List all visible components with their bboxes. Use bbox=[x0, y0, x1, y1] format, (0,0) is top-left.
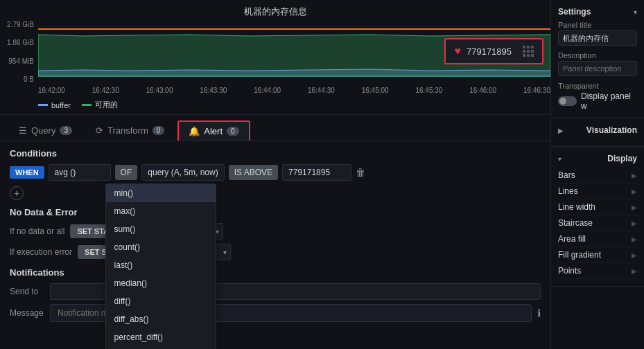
y-label-4: 0 B bbox=[0, 75, 34, 83]
legend-available: 可用的 bbox=[82, 100, 118, 110]
settings-header[interactable]: Settings ▾ bbox=[558, 7, 637, 17]
legend-buffer-label: buffer bbox=[51, 101, 71, 109]
tab-query-badge: 3 bbox=[60, 126, 72, 135]
display-section: ▾ Display Bars ▶ Lines ▶ Line width ▶ St… bbox=[551, 147, 644, 287]
exec-error-row: If execution error SET STATE TO Alerting… bbox=[10, 244, 541, 260]
message-label: Message bbox=[10, 308, 44, 318]
x-label-1: 16:42:00 bbox=[38, 87, 65, 94]
chart-container: 2.79 GiB 1.86 GiB 954 MiB 0 B 16:42:00 1… bbox=[0, 21, 550, 97]
display-chevron-icon: ▾ bbox=[558, 155, 562, 163]
display-area-fill[interactable]: Area fill ▶ bbox=[558, 231, 637, 247]
notifications-title: Notifications bbox=[10, 267, 541, 278]
func-option-percent-diff-abs[interactable]: percent_diff_abs() bbox=[106, 346, 216, 349]
panel-title-input[interactable] bbox=[558, 30, 637, 46]
settings-title: Settings bbox=[558, 7, 591, 17]
transparent-desc: Display panel w bbox=[581, 91, 637, 111]
tab-transform-label: Transform bbox=[107, 125, 148, 136]
transparent-label: Transparent bbox=[558, 82, 637, 90]
when-label: WHEN bbox=[10, 166, 44, 179]
tabs-bar: ☰ Query 3 ⟳ Transform 0 🔔 Alert 0 bbox=[0, 115, 550, 141]
func-option-diff[interactable]: diff() bbox=[106, 292, 216, 310]
func-option-percent-diff[interactable]: percent_diff() bbox=[106, 328, 216, 346]
x-label-4: 16:43:30 bbox=[200, 87, 227, 94]
settings-section: Settings ▾ Panel title Description Trans… bbox=[551, 0, 644, 118]
chart-area: 机器的内存信息 2.79 GiB 1.86 GiB 954 MiB 0 B 1 bbox=[0, 0, 550, 115]
line-width-label: Line width bbox=[558, 202, 595, 212]
display-line-width[interactable]: Line width ▶ bbox=[558, 199, 637, 215]
func-dropdown[interactable]: avg () bbox=[49, 164, 111, 181]
tab-transform[interactable]: ⟳ Transform 0 bbox=[85, 120, 175, 141]
func-option-max[interactable]: max() bbox=[106, 202, 216, 220]
no-data-section: No Data & Error If no data or all SET ST… bbox=[10, 207, 541, 260]
legend-buffer: buffer bbox=[38, 100, 71, 110]
delete-condition-icon[interactable]: 🗑 bbox=[356, 167, 365, 178]
tab-alert-label: Alert bbox=[204, 126, 223, 136]
transform-icon: ⟳ bbox=[96, 125, 103, 136]
fill-gradient-label: Fill gradient bbox=[558, 250, 601, 260]
alert-bell-icon: 🔔 bbox=[189, 126, 200, 136]
no-data-label: If no data or all bbox=[10, 226, 64, 236]
send-to-row: Send to bbox=[10, 283, 541, 300]
x-label-5: 16:44:00 bbox=[254, 87, 281, 94]
add-condition-button[interactable]: + bbox=[10, 186, 24, 200]
visualization-section: ▶ Visualization bbox=[551, 118, 644, 147]
settings-chevron-icon: ▾ bbox=[634, 8, 637, 16]
threshold-input[interactable] bbox=[282, 164, 351, 181]
legend-available-label: 可用的 bbox=[95, 100, 118, 110]
description-label: Description bbox=[558, 51, 637, 60]
no-data-title: No Data & Error bbox=[10, 207, 541, 217]
y-label-1: 2.79 GiB bbox=[0, 21, 34, 28]
tab-alert[interactable]: 🔔 Alert 0 bbox=[177, 120, 250, 141]
message-row: Message ℹ bbox=[10, 304, 541, 322]
tab-query[interactable]: ☰ Query 3 bbox=[8, 120, 82, 141]
tab-alert-badge: 0 bbox=[227, 127, 239, 136]
display-fill-gradient[interactable]: Fill gradient ▶ bbox=[558, 247, 637, 263]
preview-value: 779171895 bbox=[467, 46, 512, 57]
legend-available-color bbox=[82, 104, 92, 106]
visualization-header[interactable]: ▶ Visualization bbox=[558, 125, 637, 135]
x-label-6: 16:44:30 bbox=[308, 87, 335, 94]
func-option-min[interactable]: min() bbox=[106, 184, 216, 202]
chart-plot: 16:42:00 16:42:30 16:43:00 16:43:30 16:4… bbox=[38, 21, 550, 97]
area-fill-label: Area fill bbox=[558, 234, 586, 244]
lines-label: Lines bbox=[558, 186, 578, 196]
conditions-row: WHEN avg () min() max() sum() count() la… bbox=[10, 164, 541, 181]
staircase-arrow-icon: ▶ bbox=[632, 220, 637, 227]
func-dropdown-menu: min() max() sum() count() last() median(… bbox=[105, 184, 216, 349]
heart-icon: ♥ bbox=[454, 45, 461, 57]
func-option-count[interactable]: count() bbox=[106, 238, 216, 256]
viz-chevron-right-icon: ▶ bbox=[558, 127, 564, 134]
func-option-last[interactable]: last() bbox=[106, 256, 216, 274]
tab-query-label: Query bbox=[31, 125, 55, 136]
send-to-label: Send to bbox=[10, 287, 44, 296]
bars-label: Bars bbox=[558, 170, 575, 180]
display-points[interactable]: Points ▶ bbox=[558, 263, 637, 279]
x-label-10: 16:46:30 bbox=[523, 87, 550, 94]
func-option-diff-abs[interactable]: diff_abs() bbox=[106, 310, 216, 328]
chart-legend: buffer 可用的 bbox=[0, 97, 550, 114]
transparent-toggle-row: Display panel w bbox=[558, 91, 637, 111]
query-icon: ☰ bbox=[19, 125, 27, 136]
lines-arrow-icon: ▶ bbox=[632, 188, 637, 195]
alert-section: Conditions WHEN avg () min() max() sum()… bbox=[0, 141, 550, 349]
y-label-3: 954 MiB bbox=[0, 57, 34, 65]
legend-buffer-color bbox=[38, 104, 48, 106]
display-staircase[interactable]: Staircase ▶ bbox=[558, 215, 637, 231]
conditions-title: Conditions bbox=[10, 148, 541, 159]
display-title: Display bbox=[607, 154, 637, 163]
description-input[interactable] bbox=[558, 61, 637, 76]
of-label: OF bbox=[115, 165, 138, 180]
info-icon[interactable]: ℹ bbox=[537, 307, 541, 319]
display-bars[interactable]: Bars ▶ bbox=[558, 168, 637, 184]
line-width-arrow-icon: ▶ bbox=[632, 204, 637, 211]
transparent-toggle[interactable] bbox=[558, 96, 577, 106]
area-fill-arrow-icon: ▶ bbox=[632, 235, 637, 243]
query-label[interactable]: query (A, 5m, now) bbox=[141, 164, 224, 181]
display-header[interactable]: ▾ Display bbox=[558, 154, 637, 163]
is-above-label: IS ABOVE bbox=[229, 165, 278, 180]
chart-title: 机器的内存信息 bbox=[0, 6, 550, 18]
func-option-sum[interactable]: sum() bbox=[106, 220, 216, 238]
grid-icon bbox=[523, 46, 534, 57]
display-lines[interactable]: Lines ▶ bbox=[558, 184, 637, 199]
func-option-median[interactable]: median() bbox=[106, 274, 216, 292]
